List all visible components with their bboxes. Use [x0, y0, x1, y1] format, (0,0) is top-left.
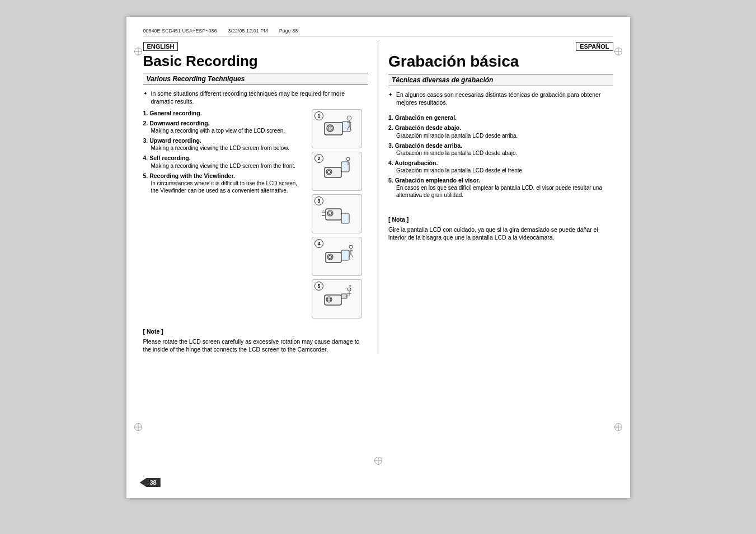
page-container: 00840E SCD451 USA+ESP~086 3/22/05 12:01 …: [126, 17, 630, 498]
english-item-3-title: 3. Upward recording.: [143, 137, 201, 144]
corner-mark-bl: [134, 423, 142, 431]
spanish-title: Grabación básica: [388, 53, 613, 71]
cam-svg-4: [320, 242, 354, 270]
cam-img-4: 4: [312, 237, 362, 276]
spanish-item-5-title: 5. Grabación empleando el visor.: [388, 177, 480, 184]
cam-svg-5: ✦: [320, 285, 354, 313]
spanish-subsection: Técnicas diversas de grabación: [388, 74, 613, 86]
english-bullet: In some situations different recording t…: [143, 90, 368, 106]
english-note-title: [ Note ]: [143, 327, 368, 336]
spanish-note-text: Gire la pantalla LCD con cuidado, ya que…: [388, 226, 613, 242]
cam-num-1: 1: [314, 111, 323, 120]
file-date: 3/22/05 12:01 PM: [228, 28, 268, 34]
english-item-1: 1. General recording.: [143, 109, 307, 117]
spanish-item-4-desc: Grabación mirando la pantalla LCD desde …: [388, 167, 613, 174]
english-content: 1. General recording. 2. Downward record…: [143, 109, 368, 318]
english-item-4-title: 4. Self recording.: [143, 154, 191, 161]
english-item-4: 4. Self recording. Making a recording vi…: [143, 154, 307, 169]
spanish-item-3-title: 3. Grabación desde arriba.: [388, 142, 462, 149]
english-item-2-title: 2. Downward recording.: [143, 120, 210, 127]
english-item-5: 5. Recording with the Viewfinder. In cir…: [143, 172, 307, 194]
svg-rect-18: [341, 213, 349, 223]
english-badge: ENGLISH: [143, 42, 179, 51]
img-row-2: 2: [312, 152, 368, 191]
corner-mark-tl: [134, 48, 142, 55]
corner-mark-br: [614, 423, 622, 431]
spanish-item-2-desc: Grabación mirando la pantalla LCD desde …: [388, 132, 613, 139]
svg-text:→: →: [321, 208, 325, 213]
english-item-5-title: 5. Recording with the Viewfinder.: [143, 172, 235, 179]
spanish-item-1-title: 1. Grabación en general.: [388, 114, 457, 121]
svg-point-25: [328, 255, 332, 259]
english-item-3-desc: Making a recording viewing the LCD scree…: [143, 144, 307, 152]
img-row-5: 5: [312, 279, 368, 318]
svg-text:✦: ✦: [348, 285, 353, 289]
english-note-text: Please rotate the LCD screen carefully a…: [143, 338, 368, 354]
svg-point-11: [327, 170, 331, 174]
svg-point-13: [346, 157, 350, 161]
img-row-3-4: 3 → →: [312, 194, 368, 233]
svg-point-17: [328, 212, 332, 215]
english-item-5-desc: In circumstances where it is difficult t…: [143, 180, 307, 194]
english-item-4-desc: Making a recording viewing the LCD scree…: [143, 162, 307, 170]
cam-img-5: 5: [312, 279, 362, 318]
file-page-ref: Page 38: [279, 28, 298, 34]
page-number: 38: [140, 478, 161, 487]
file-info: 00840E SCD451 USA+ESP~086 3/22/05 12:01 …: [143, 28, 613, 36]
spanish-item-2: 2. Grabación desde abajo. Grabación mira…: [388, 124, 613, 139]
spanish-item-3-desc: Grabación mirando la pantalla LCD desde …: [388, 149, 613, 157]
main-layout: ENGLISH Basic Recording Various Recordin…: [143, 41, 613, 354]
english-item-2: 2. Downward recording. Making a recordin…: [143, 119, 307, 134]
spanish-item-4: 4. Autograbación. Grabación mirando la p…: [388, 159, 613, 174]
img-row-1-2: 1: [312, 109, 368, 148]
spanish-badge: ESPAÑOL: [576, 42, 613, 51]
cam-img-3: 3 → →: [312, 194, 362, 233]
english-note: [ Note ] Please rotate the LCD screen ca…: [143, 327, 368, 354]
english-numbered-list: 1. General recording. 2. Downward record…: [143, 109, 307, 194]
file-code: 00840E SCD451 USA+ESP~086: [143, 28, 217, 34]
spanish-item-5-desc: En casos en los que sea difícil emplear …: [388, 184, 613, 199]
cam-svg-3: → →: [320, 200, 354, 228]
svg-rect-26: [341, 250, 349, 260]
cam-img-1: 1: [312, 109, 362, 148]
spanish-bullet: En algunos casos son necesarias distinta…: [388, 91, 613, 107]
cam-num-5: 5: [314, 282, 323, 291]
img-row-4: 4: [312, 237, 368, 276]
cam-img-2: 2: [312, 152, 362, 191]
col-english: ENGLISH Basic Recording Various Recordin…: [143, 41, 379, 354]
svg-text:→: →: [321, 213, 325, 218]
svg-rect-35: [341, 294, 347, 298]
corner-mark-tr: [614, 48, 622, 55]
spanish-numbered-list: 1. Grabación en general. 2. Grabación de…: [388, 114, 613, 199]
english-item-3: 3. Upward recording. Making a recording …: [143, 137, 307, 152]
english-subsection: Various Recording Techniques: [143, 73, 368, 85]
english-item-1-title: 1. General recording.: [143, 110, 202, 116]
svg-point-27: [349, 245, 353, 249]
svg-line-31: [351, 254, 353, 257]
spanish-note-title: [ Nota ]: [388, 216, 613, 224]
spanish-item-5: 5. Grabación empleando el visor. En caso…: [388, 176, 613, 199]
svg-point-2: [328, 126, 332, 130]
spanish-item-3: 3. Grabación desde arriba. Grabación mir…: [388, 142, 613, 157]
cam-num-2: 2: [314, 154, 323, 163]
spanish-item-2-title: 2. Grabación desde abajo.: [388, 124, 461, 131]
cam-svg-2: [320, 157, 354, 185]
svg-point-34: [327, 298, 331, 301]
english-title: Basic Recording: [143, 53, 368, 69]
cam-num-3: 3: [314, 196, 323, 205]
cam-svg-1: [320, 115, 354, 143]
camera-illustrations: 1: [312, 109, 368, 318]
english-list: 1. General recording. 2. Downward record…: [143, 109, 307, 318]
spanish-note: [ Nota ] Gire la pantalla LCD con cuidad…: [388, 216, 613, 242]
corner-mark-center-bottom: [374, 457, 382, 465]
cam-num-4: 4: [314, 239, 323, 248]
svg-point-4: [347, 116, 351, 120]
spanish-item-4-title: 4. Autograbación.: [388, 160, 438, 166]
col-spanish: ESPAÑOL Grabación básica Técnicas divers…: [378, 41, 613, 354]
english-item-2-desc: Making a recording with a top view of th…: [143, 127, 307, 134]
spanish-item-1: 1. Grabación en general.: [388, 114, 613, 121]
